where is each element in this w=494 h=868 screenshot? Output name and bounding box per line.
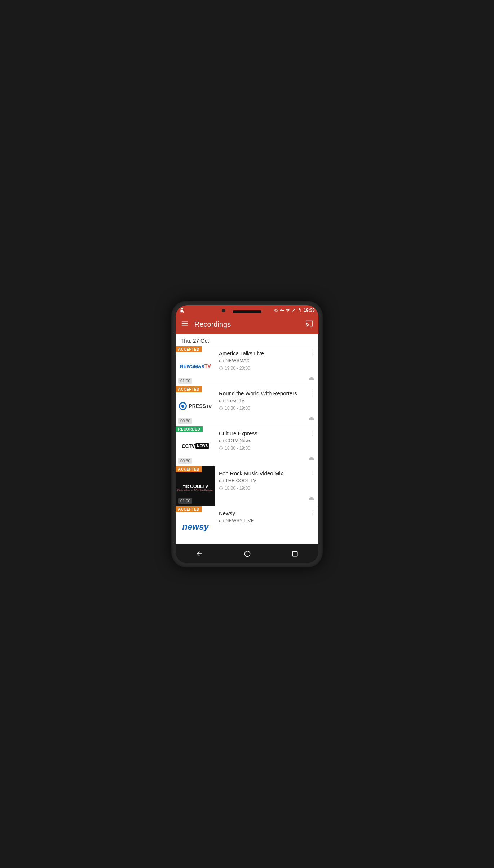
recording-badge-5: ACCEPTED (176, 506, 202, 512)
channel-logo-4: THE COOLTV Music Videos on TV All Day Ev… (176, 475, 215, 500)
recording-info-4: Pop Rock Music Video Mix on THE COOL TV … (215, 466, 308, 506)
recording-info-5: Newsy on NEWSY LIVE (215, 506, 309, 544)
recording-actions-2: ⋮ (308, 386, 318, 426)
recording-title-1: America Talks Live (219, 350, 305, 357)
key-icon (280, 308, 284, 312)
recording-title-4: Pop Rock Music Video Mix (219, 470, 305, 477)
wifi-icon (286, 308, 290, 312)
nav-bar (176, 544, 318, 563)
recording-thumbnail-4: ACCEPTED THE COOLTV Music Videos on TV A… (176, 466, 215, 506)
channel-logo-3: CCTV NEWS (176, 433, 215, 459)
more-button-2[interactable]: ⋮ (309, 390, 315, 397)
more-button-3[interactable]: ⋮ (309, 430, 315, 437)
recording-thumbnail-3: RECORDED CCTV NEWS 00:30 (176, 426, 215, 466)
svg-rect-1 (292, 551, 297, 556)
recording-duration-1: 01:00 (178, 378, 192, 384)
phone-camera (222, 309, 225, 312)
channel-logo-2: PRESSTV (176, 393, 215, 419)
recording-info-3: Culture Express on CCTV News 18:30 - 19:… (215, 426, 308, 466)
recents-button[interactable] (285, 548, 305, 560)
cast-button[interactable] (305, 320, 313, 329)
status-right-icons: 19:33 (274, 308, 315, 313)
recording-title-5: Newsy (219, 510, 306, 517)
recording-thumbnail-2: ACCEPTED PRESSTV 00:30 (176, 386, 215, 426)
recording-time-3: 18:30 - 19:00 (219, 446, 305, 451)
recording-info-1: America Talks Live on NEWSMAX 19:00 - 20… (215, 346, 308, 386)
svg-point-0 (244, 551, 250, 556)
clock-icon (219, 486, 223, 490)
menu-button[interactable] (181, 320, 189, 329)
cloud-icon-4 (308, 496, 315, 502)
recording-actions-3: ⋮ (308, 426, 318, 466)
android-icon (179, 308, 184, 313)
recording-thumbnail-1: ACCEPTED NEWSMAXTV 01:00 (176, 346, 215, 386)
recording-item[interactable]: ACCEPTED newsy Newsy on NEWSY LIVE ⋮ (176, 506, 318, 544)
recording-actions-4: ⋮ (308, 466, 318, 506)
recordings-list: Thu, 27 Oct ACCEPTED NEWSMAXTV 01:00 Ame (176, 334, 318, 544)
recording-item[interactable]: ACCEPTED THE COOLTV Music Videos on TV A… (176, 466, 318, 506)
recording-badge-1: ACCEPTED (176, 346, 202, 352)
recording-duration-3: 00:30 (178, 458, 192, 464)
back-button[interactable] (189, 547, 210, 560)
battery-charging-icon (297, 308, 302, 312)
phone-speaker (233, 310, 261, 313)
app-bar: Recordings (176, 315, 318, 334)
recording-channel-4: on THE COOL TV (219, 478, 305, 483)
recording-channel-2: on Press TV (219, 398, 305, 403)
recording-actions-1: ⋮ (308, 346, 318, 386)
recording-item[interactable]: RECORDED CCTV NEWS 00:30 Culture Express… (176, 426, 318, 466)
phone-screen: 19:33 Recordings (176, 305, 318, 563)
channel-logo-1: NEWSMAXTV (176, 353, 215, 379)
more-button-4[interactable]: ⋮ (309, 470, 315, 477)
status-time: 19:33 (304, 308, 315, 313)
cloud-icon-1 (308, 376, 315, 382)
recording-badge-2: ACCEPTED (176, 386, 202, 392)
clock-icon (219, 406, 223, 410)
recording-duration-4: 01:00 (178, 498, 192, 504)
recording-item[interactable]: ACCEPTED PRESSTV 00:30 Round (176, 386, 318, 426)
home-button[interactable] (237, 547, 258, 560)
phone-frame: 19:33 Recordings (171, 301, 323, 567)
clock-icon (219, 366, 223, 370)
recording-badge-3: RECORDED (176, 426, 203, 432)
channel-logo-5: newsy (176, 514, 215, 539)
recording-item[interactable]: ACCEPTED NEWSMAXTV 01:00 America Talks L… (176, 346, 318, 386)
recording-duration-2: 00:30 (178, 418, 192, 424)
recording-time-4: 18:00 - 19:00 (219, 486, 305, 491)
signal-off-icon (291, 308, 296, 312)
recording-badge-4: ACCEPTED (176, 466, 202, 472)
recording-title-3: Culture Express (219, 430, 305, 437)
clock-icon (219, 446, 223, 450)
screen-content: 19:33 Recordings (176, 305, 318, 563)
more-button-1[interactable]: ⋮ (309, 350, 315, 357)
recording-thumbnail-5: ACCEPTED newsy (176, 506, 215, 544)
recording-time-1: 19:00 - 20:00 (219, 366, 305, 371)
recording-time-2: 18:30 - 19:00 (219, 406, 305, 411)
more-button-5[interactable]: ⋮ (309, 510, 315, 517)
date-header: Thu, 27 Oct (176, 334, 318, 346)
cloud-icon-2 (308, 416, 315, 422)
recording-channel-1: on NEWSMAX (219, 358, 305, 363)
status-left-icons (179, 308, 184, 313)
recording-info-2: Round the World With Reporters on Press … (215, 386, 308, 426)
vibrate-icon (274, 308, 278, 312)
recording-actions-5: ⋮ (309, 506, 318, 544)
recording-title-2: Round the World With Reporters (219, 390, 305, 397)
recording-channel-3: on CCTV News (219, 438, 305, 443)
cloud-icon-3 (308, 456, 315, 462)
recording-channel-5: on NEWSY LIVE (219, 518, 306, 523)
app-title: Recordings (194, 320, 305, 329)
